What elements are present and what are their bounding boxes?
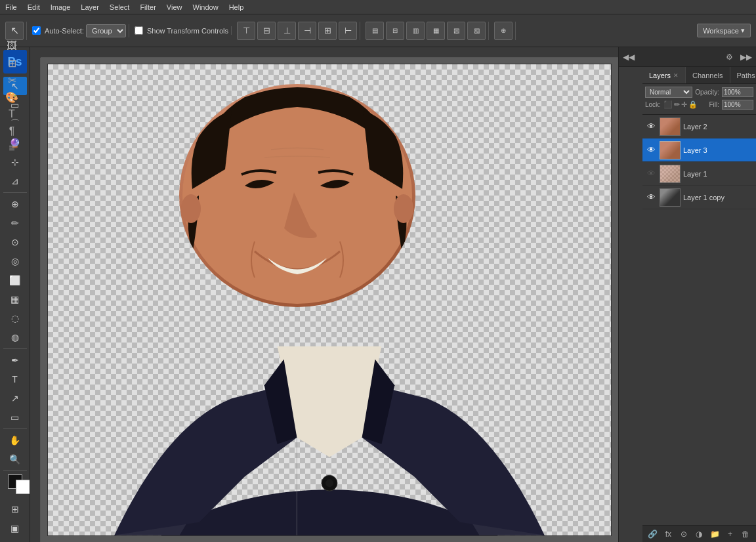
menu-filter[interactable]: Filter [135,2,161,12]
dist-bot-btn[interactable]: ▥ [406,22,425,40]
history-tool[interactable]: ◎ [3,252,27,270]
menu-bar: File Edit Image Layer Select Filter View… [0,0,756,14]
tab-layers-close[interactable]: ✕ [673,72,679,79]
layer-item-1[interactable]: 👁 Layer 1 [642,162,756,186]
panel-icon-1[interactable]: 🖼 [5,39,19,53]
dodge-tool[interactable]: ◍ [3,328,27,346]
menu-edit[interactable]: Edit [22,2,45,12]
eyedropper-tool[interactable]: ⊿ [3,172,27,190]
brush-tool[interactable]: ✏ [3,214,27,232]
main-area: Ps ↖ ▭ ⌒ 🔮 ⊹ ⊿ ⊕ ✏ ⊙ ◎ ⬜ ▦ ◌ ◍ ✒ T ↗ ▭ ✋… [0,47,756,542]
text-tool[interactable]: T [3,370,27,388]
transform-group: Show Transform Controls [132,26,232,35]
layer-1-name: Layer 1 [683,170,753,178]
extra-btn[interactable]: ⊕ [494,22,513,40]
align-right-btn[interactable]: ⊢ [339,22,357,40]
workspace-label: Workspace [703,27,739,35]
dist-hc-btn[interactable]: ▧ [447,22,465,40]
quick-mask-btn[interactable]: ⊞ [3,500,27,518]
lock-image-icon[interactable]: ✏ [674,100,680,109]
layer-2-name: Layer 2 [683,123,753,131]
delete-layer-btn[interactable]: 🗑 [739,528,752,541]
canvas-wrapper[interactable] [41,58,618,542]
screen-mode-btn[interactable]: ▣ [3,519,27,537]
align-vcenter-btn[interactable]: ⊟ [257,22,276,40]
layer-3-thumb-preview [660,142,680,159]
shape-tool[interactable]: ▭ [3,408,27,427]
menu-help[interactable]: Help [224,2,249,12]
fill-input[interactable] [722,100,753,110]
align-hcenter-btn[interactable]: ⊞ [318,22,337,40]
workspace-group: Workspace ▾ [694,24,753,37]
panel-expand-icon[interactable]: ▶▶ [739,50,753,64]
zoom-tool[interactable]: 🔍 [3,450,27,469]
hand-tool[interactable]: ✋ [3,431,27,449]
tab-paths[interactable]: Paths [730,67,756,83]
layer-item-3[interactable]: 👁 Layer 3 [642,138,756,162]
healing-tool[interactable]: ⊕ [3,195,27,213]
menu-file[interactable]: File [0,2,22,12]
auto-select-checkbox[interactable] [32,26,41,35]
layer-2-thumb-preview [660,118,680,135]
panel-icon-6[interactable]: ¶ [5,124,19,138]
align-group: ⊤ ⊟ ⊥ ⊣ ⊞ ⊢ [234,22,360,40]
panel-icon-7[interactable]: ≡ [5,141,19,156]
dist-vc-btn[interactable]: ⊟ [386,22,404,40]
gradient-tool[interactable]: ▦ [3,290,27,308]
layer-2-visibility[interactable]: 👁 [645,121,657,133]
align-top-btn[interactable]: ⊤ [237,22,255,40]
lock-transparent-icon[interactable]: ⬛ [663,100,673,109]
opacity-input[interactable] [722,87,753,97]
pen-tool[interactable]: ✒ [3,351,27,369]
align-left-btn[interactable]: ⊣ [298,22,316,40]
new-adjustment-btn[interactable]: ◑ [692,528,705,541]
layer-item-2[interactable]: 👁 Layer 2 [642,115,756,138]
panel-settings-icon[interactable]: ⚙ [722,50,736,64]
tab-layers[interactable]: Layers ✕ [642,67,686,83]
tab-channels[interactable]: Channels [686,67,730,83]
clone-tool[interactable]: ⊙ [3,233,27,251]
new-layer-btn[interactable]: + [724,528,737,541]
menu-window[interactable]: Window [188,2,224,12]
panel-icon-5[interactable]: T [5,107,19,121]
panel-icon-3[interactable]: ✂ [5,73,19,87]
svg-point-7 [181,194,201,223]
panel-icon-2[interactable]: ⊞ [5,56,19,70]
menu-view[interactable]: View [161,2,188,12]
tool-separator-1 [3,192,27,193]
align-bottom-btn[interactable]: ⊥ [278,22,296,40]
menu-layer[interactable]: Layer [75,2,104,12]
layer-1copy-thumb-preview [660,189,680,206]
blend-mode-select[interactable]: Normal Multiply Screen [645,87,692,98]
dist-top-btn[interactable]: ▤ [366,22,384,40]
layer-1-visibility[interactable]: 👁 [645,168,657,180]
layer-item-1copy[interactable]: 👁 Layer 1 copy [642,186,756,209]
layer-1copy-visibility[interactable]: 👁 [645,192,657,203]
layer-3-thumb [660,141,681,159]
panel-icon-4[interactable]: 🎨 [5,90,19,104]
menu-select[interactable]: Select [104,2,135,12]
auto-select-dropdown[interactable]: Group Layer [86,24,126,37]
add-mask-btn[interactable]: ⊙ [677,528,690,541]
layer-1copy-thumb [660,188,681,207]
path-select-tool[interactable]: ↗ [3,389,27,407]
lock-all-icon[interactable]: 🔒 [688,100,698,109]
layer-controls: Normal Multiply Screen Opacity: Lock: ⬛ … [642,84,756,115]
layer-3-visibility[interactable]: 👁 [645,144,657,156]
lock-position-icon[interactable]: ✛ [681,100,687,109]
workspace-button[interactable]: Workspace ▾ [697,24,751,37]
transform-checkbox[interactable] [135,26,143,35]
dist-right-btn[interactable]: ▨ [467,22,486,40]
link-layers-btn[interactable]: 🔗 [646,528,660,541]
layer-2-thumb [660,117,681,136]
menu-image[interactable]: Image [45,2,76,12]
new-group-btn[interactable]: 📁 [708,528,721,541]
photoshop-canvas[interactable] [47,64,612,536]
background-color[interactable] [16,480,30,494]
eraser-tool[interactable]: ⬜ [3,271,27,289]
add-style-btn[interactable]: fx [662,528,675,541]
lock-label: Lock: [645,101,661,108]
blur-tool[interactable]: ◌ [3,309,27,327]
panel-collapse-btn[interactable]: ◀◀ [621,50,636,64]
dist-left-btn[interactable]: ▦ [427,22,445,40]
